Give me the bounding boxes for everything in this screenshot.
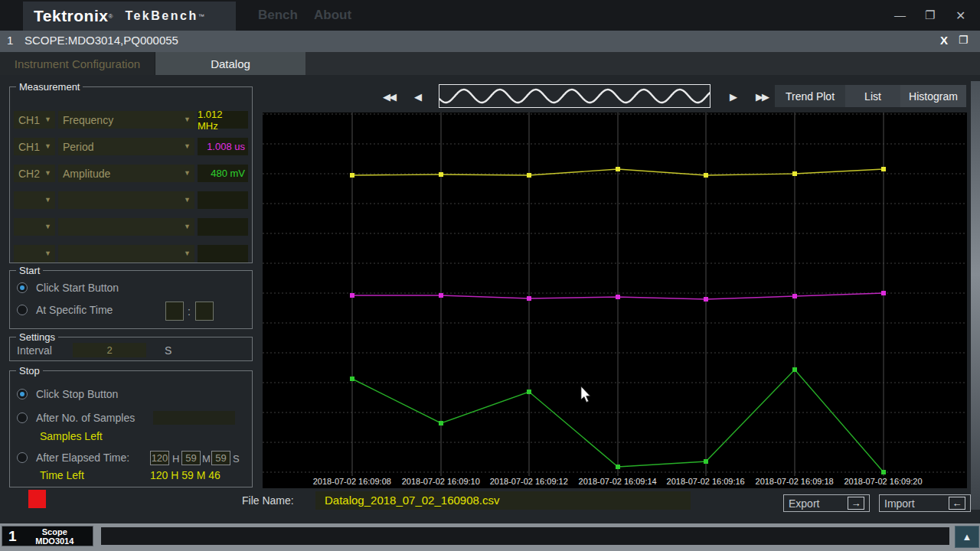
measurement-row: CH1▼Period▼1.008 us <box>14 138 248 155</box>
file-name-input[interactable]: Datalog_2018_07_02_160908.csv <box>315 491 691 510</box>
measurement-row: ▼▼ <box>14 245 248 262</box>
skip-first-icon[interactable]: ◀◀ <box>383 91 395 103</box>
import-button[interactable]: Import ← <box>879 494 971 512</box>
seconds-label: S <box>233 453 240 465</box>
start-hour-field[interactable] <box>165 302 184 321</box>
bottom-taskbar: 1 Scope MDO3014 ▲ <box>0 523 980 551</box>
menu-bench[interactable]: Bench <box>258 8 298 23</box>
list-button[interactable]: List <box>845 85 900 107</box>
start-option-specific-time[interactable]: At Specific Time <box>17 304 113 316</box>
measurement-legend: Measurement <box>16 81 83 93</box>
chevron-down-icon: ▼ <box>184 169 191 177</box>
measurement-section: Measurement CH1▼Frequency▼1.012 MHzCH1▼P… <box>9 81 253 263</box>
vertical-scrollbar[interactable] <box>971 81 980 510</box>
x-axis-tick-label: 2018-07-02 16:09:12 <box>490 477 568 486</box>
taskbar-scope-tab[interactable]: 1 Scope MDO3014 <box>2 526 93 546</box>
scope-index: 1 <box>7 34 13 47</box>
stop-option-elapsed[interactable]: After Elapsed Time: <box>17 452 129 464</box>
chevron-down-icon: ▼ <box>44 142 51 150</box>
measurement-type-select[interactable]: ▼ <box>58 218 194 236</box>
next-icon[interactable]: ▶ <box>730 91 736 103</box>
radio-icon[interactable] <box>17 412 28 423</box>
measurement-type-select[interactable]: ▼ <box>58 245 194 262</box>
app-name: TekBench <box>125 9 198 23</box>
tab-bar: Instrument Configuration Datalog <box>0 52 980 75</box>
chevron-down-icon: ▼ <box>44 116 51 123</box>
channel-select[interactable]: ▼ <box>14 191 55 209</box>
measurement-value <box>198 191 248 209</box>
stop-option-label: After No. of Samples <box>36 412 135 424</box>
minimize-icon[interactable]: — <box>894 8 905 21</box>
radio-icon[interactable] <box>17 389 28 399</box>
chevron-down-icon: ▼ <box>184 116 191 123</box>
import-label: Import <box>884 497 915 510</box>
scope-restore-icon[interactable]: ❐ <box>959 34 969 46</box>
hours-label: H <box>172 453 179 465</box>
mouse-cursor <box>580 386 593 403</box>
channel-select[interactable]: CH1▼ <box>14 111 55 129</box>
settings-legend: Settings <box>16 331 58 343</box>
measurement-value: 1.008 us <box>198 138 248 155</box>
tekbench-window: Tektronix ® TekBench ™ Bench About — ❐ ✕… <box>0 0 980 551</box>
radio-icon[interactable] <box>17 305 28 315</box>
x-axis-tick-label: 2018-07-02 16:09:18 <box>756 477 834 486</box>
logging-status-stop-button[interactable] <box>28 490 46 508</box>
radio-icon[interactable] <box>17 282 28 293</box>
waveform-preview[interactable] <box>439 84 710 108</box>
radio-icon[interactable] <box>17 452 28 463</box>
tab-datalog[interactable]: Datalog <box>155 52 305 75</box>
measurement-type-select[interactable]: Frequency▼ <box>58 111 194 129</box>
trademark-mark: ™ <box>198 13 204 20</box>
interval-input[interactable]: 2 <box>73 343 146 357</box>
x-axis-tick-label: 2018-07-02 16:09:10 <box>402 477 480 486</box>
stop-option-label: After Elapsed Time: <box>36 452 129 464</box>
x-axis-tick-label: 2018-07-02 16:09:14 <box>579 477 657 486</box>
view-switcher: Trend Plot List Histogram <box>775 85 966 107</box>
channel-select[interactable]: CH1▼ <box>14 138 55 155</box>
restore-icon[interactable]: ❐ <box>925 8 935 22</box>
elapsed-hours-field[interactable]: 120 <box>150 451 169 465</box>
taskbar-panel <box>101 527 949 545</box>
menu-about[interactable]: About <box>314 8 351 23</box>
measurement-type-select[interactable]: Amplitude▼ <box>58 165 194 182</box>
chevron-down-icon: ▼ <box>184 196 191 204</box>
channel-select[interactable]: ▼ <box>14 245 55 262</box>
elapsed-minutes-field[interactable]: 59 <box>181 451 201 465</box>
export-button[interactable]: Export → <box>783 494 870 512</box>
elapsed-seconds-field[interactable]: 59 <box>211 451 230 465</box>
stop-option-label: Click Stop Button <box>36 388 118 400</box>
chevron-down-icon: ▼ <box>184 249 191 257</box>
previous-icon[interactable]: ◀ <box>414 91 420 103</box>
scope-session-bar: 1 SCOPE:MDO3014,PQ000055 X ❐ <box>0 31 980 52</box>
scope-title: SCOPE:MDO3014,PQ000055 <box>24 34 178 47</box>
start-legend: Start <box>16 265 43 276</box>
histogram-button[interactable]: Histogram <box>900 85 966 107</box>
tab-bar-filler <box>305 52 980 75</box>
interval-label: Interval <box>17 344 52 357</box>
chevron-down-icon: ▼ <box>184 223 191 230</box>
stop-option-click[interactable]: Click Stop Button <box>17 388 118 400</box>
scope-close-icon[interactable]: X <box>940 34 948 47</box>
channel-select[interactable]: ▼ <box>14 218 55 236</box>
measurement-row: CH1▼Frequency▼1.012 MHz <box>14 111 248 129</box>
measurement-value: 1.012 MHz <box>198 111 248 129</box>
taskbar-up-button[interactable]: ▲ <box>955 526 979 548</box>
stop-option-samples[interactable]: After No. of Samples <box>17 412 135 424</box>
taskbar-scope-line2: MDO3014 <box>17 536 93 546</box>
channel-select[interactable]: CH2▼ <box>14 165 55 182</box>
measurement-type-select[interactable]: ▼ <box>58 191 194 209</box>
start-option-click[interactable]: Click Start Button <box>17 282 119 294</box>
skip-last-icon[interactable]: ▶▶ <box>756 91 768 103</box>
trend-plot-button[interactable]: Trend Plot <box>775 85 845 107</box>
start-minute-field[interactable] <box>195 302 214 321</box>
registered-mark: ® <box>108 13 113 20</box>
samples-count-input[interactable] <box>153 411 235 425</box>
chevron-down-icon: ▼ <box>44 223 51 230</box>
start-option-label: At Specific Time <box>36 304 113 316</box>
samples-left-label: Samples Left <box>40 430 103 442</box>
x-axis-tick-label: 2018-07-02 16:09:20 <box>844 477 922 486</box>
tab-instrument-configuration[interactable]: Instrument Configuration <box>0 52 155 75</box>
close-icon[interactable]: ✕ <box>956 8 965 23</box>
measurement-type-select[interactable]: Period▼ <box>58 138 194 155</box>
taskbar-scope-line1: Scope <box>17 527 93 536</box>
